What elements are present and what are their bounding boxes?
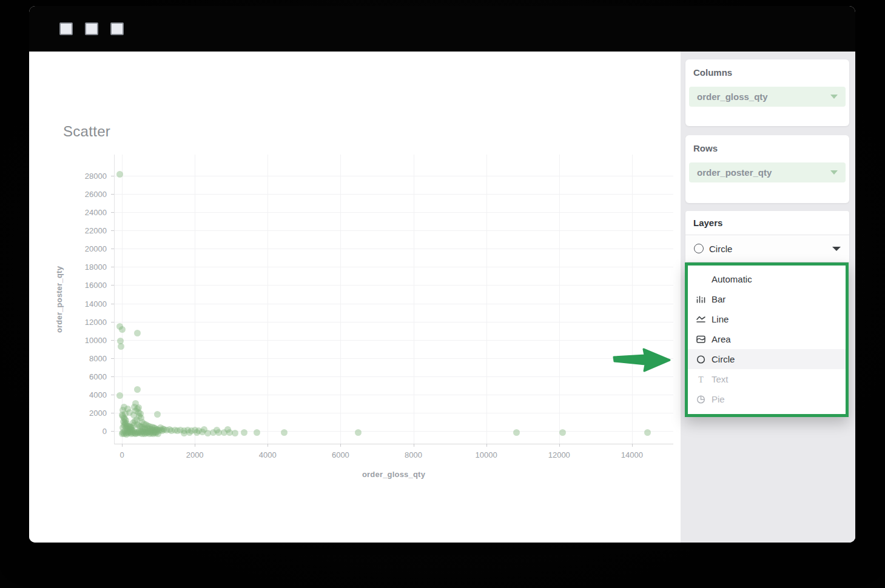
y-tick-label: 22000 (85, 226, 107, 235)
columns-field-select[interactable]: order_gloss_qty (689, 87, 846, 107)
rows-card: Rows order_poster_qty (685, 135, 849, 203)
settings-sidebar: Columns order_gloss_qty Rows order_poste… (681, 52, 855, 543)
y-tick-label: 18000 (85, 262, 107, 272)
y-axis-tick (111, 285, 114, 286)
x-tick-label: 2000 (186, 450, 204, 459)
x-tick-label: 12000 (548, 450, 570, 459)
scatter-point[interactable] (241, 429, 247, 436)
gridline (115, 322, 673, 322)
y-axis-tick (111, 230, 114, 231)
scatter-point[interactable] (134, 330, 141, 336)
y-tick-label: 16000 (85, 281, 107, 290)
menu-item-automatic[interactable]: Automatic (688, 269, 846, 289)
y-tick-label: 12000 (85, 317, 107, 326)
window-control-button-3[interactable] (110, 22, 124, 35)
gridline (632, 155, 633, 444)
layers-selected-value: Circle (709, 244, 732, 254)
x-axis-tick (559, 444, 560, 447)
x-tick-label: 10000 (476, 450, 497, 459)
rows-field-select[interactable]: order_poster_qty (689, 162, 846, 182)
y-axis-tick (111, 340, 114, 341)
pie-icon (696, 394, 706, 404)
menu-item-bar[interactable]: Bar (688, 289, 846, 309)
gridline (115, 176, 673, 176)
layers-dropdown-menu: Automatic Bar (685, 262, 849, 417)
y-axis-tick (111, 194, 114, 195)
scatter-point[interactable] (355, 429, 362, 436)
columns-card: Columns order_gloss_qty (685, 59, 849, 126)
y-axis-tick (111, 304, 114, 304)
y-tick-label: 2000 (89, 408, 107, 417)
x-tick-label: 8000 (405, 450, 422, 459)
menu-item-label: Area (712, 334, 731, 344)
gridline (340, 155, 341, 444)
columns-header: Columns (685, 59, 849, 78)
gridline (115, 230, 673, 231)
x-tick-label: 0 (119, 450, 124, 459)
chevron-down-icon (830, 95, 838, 99)
scatter-point[interactable] (154, 411, 161, 418)
scatter-point[interactable] (559, 429, 566, 436)
gridline (115, 267, 673, 267)
gridline (268, 155, 268, 444)
menu-item-label: Text (712, 374, 729, 384)
circle-icon (694, 244, 704, 253)
line-chart-icon (696, 314, 706, 324)
x-tick-label: 14000 (621, 450, 643, 459)
area-chart-icon (696, 334, 706, 344)
x-axis-tick (632, 444, 633, 447)
gridline (115, 395, 673, 395)
x-axis-title: order_gloss_qty (114, 470, 673, 479)
scatter-point[interactable] (116, 392, 123, 399)
menu-item-text[interactable]: T Text (688, 369, 846, 389)
menu-item-area[interactable]: Area (688, 329, 846, 349)
gridline (115, 340, 673, 341)
menu-item-label: Bar (712, 294, 725, 304)
svg-text:T: T (698, 375, 704, 384)
y-tick-label: 28000 (85, 172, 107, 181)
columns-field-value: order_gloss_qty (697, 92, 768, 102)
scatter-point[interactable] (118, 343, 124, 350)
gridline (122, 155, 123, 444)
scatter-point[interactable] (119, 326, 126, 333)
gridline (115, 413, 673, 413)
y-axis-tick (111, 376, 114, 377)
y-axis-tick (111, 249, 114, 249)
layers-type-select[interactable]: Circle (685, 235, 849, 262)
scatter-point[interactable] (513, 429, 520, 436)
y-tick-label: 24000 (85, 208, 107, 217)
app-content: Scatter 02000400060008000100001200014000… (29, 52, 855, 543)
scatter-point[interactable] (281, 429, 288, 436)
scatter-point[interactable] (186, 429, 193, 436)
scatter-point[interactable] (644, 429, 651, 436)
menu-item-circle[interactable]: Circle (688, 349, 846, 369)
gridline (414, 155, 414, 444)
gridline (115, 194, 673, 195)
gridline (115, 358, 673, 359)
scatter-point[interactable] (254, 429, 260, 436)
y-axis-tick (111, 176, 114, 176)
y-axis-tick (111, 322, 114, 322)
chart-title: Scatter (63, 123, 110, 140)
scatter-point[interactable] (232, 430, 238, 436)
window-control-button-2[interactable] (85, 22, 98, 35)
menu-item-label: Line (712, 314, 729, 324)
y-tick-label: 8000 (89, 353, 107, 362)
menu-item-line[interactable]: Line (688, 309, 846, 329)
y-axis-tick (111, 395, 114, 395)
x-tick-label: 4000 (259, 450, 277, 459)
scatter-point[interactable] (134, 386, 141, 393)
gridline (115, 304, 673, 304)
menu-item-pie[interactable]: Pie (688, 389, 846, 409)
app-window: Scatter 02000400060008000100001200014000… (29, 6, 855, 543)
scatter-point[interactable] (155, 430, 161, 437)
y-axis-tick (111, 212, 114, 213)
no-icon (696, 274, 706, 284)
y-axis-tick (111, 358, 114, 359)
x-axis-tick (414, 444, 414, 447)
chevron-down-icon (832, 247, 841, 251)
window-control-button-1[interactable] (59, 22, 73, 35)
x-tick-label: 6000 (332, 450, 349, 459)
x-axis-tick (195, 444, 195, 447)
window-titlebar (29, 6, 855, 52)
